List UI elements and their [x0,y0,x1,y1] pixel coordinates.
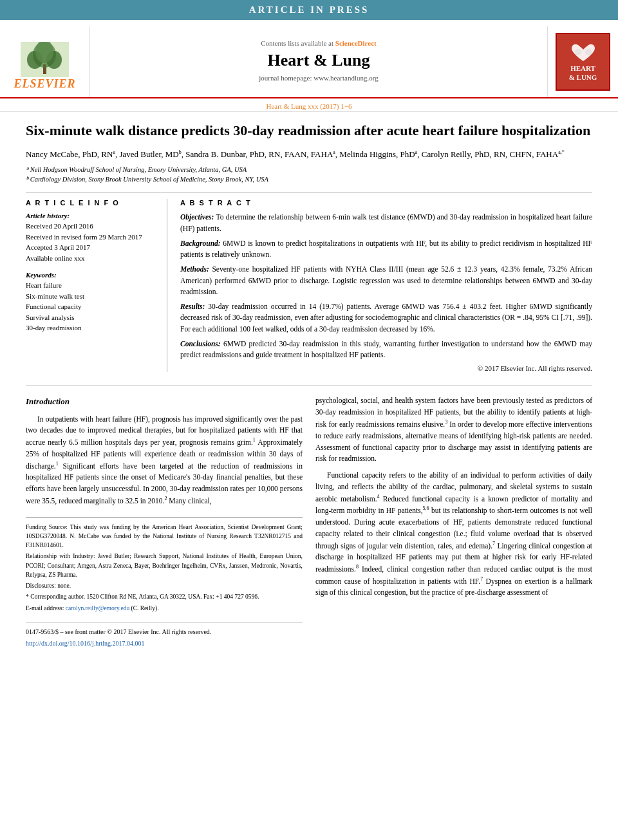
elsevier-wordmark: ELSEVIER [14,77,75,91]
email-link[interactable]: carolyn.reilly@emory.edu [66,605,129,611]
ref-8: 8 [356,564,359,570]
body-section: Introduction In outpatients with heart f… [26,385,592,648]
received-date: Received 20 April 2016 [26,221,157,232]
affiliations: ᵃ Nell Hodgson Woodruff School of Nursin… [26,165,592,184]
accepted-date: Accepted 3 April 2017 [26,242,157,253]
affil-sup-a: a [113,149,115,154]
body-col-left: Introduction In outpatients with heart f… [26,395,303,648]
ref-56: 5,6 [423,505,429,511]
abstract-heading: A B S T R A C T [180,199,592,207]
svg-point-7 [585,49,592,55]
keyword-4: Survival analysis [26,312,157,323]
sciencedirect-prefix: Contents lists available at [261,39,333,47]
keyword-2: Six-minute walk test [26,291,157,302]
journal-name: Heart & Lung [268,51,370,70]
affiliation-a: ᵃ Nell Hodgson Woodruff School of Nursin… [26,165,592,175]
sciencedirect-line: Contents lists available at ScienceDirec… [261,39,376,47]
article-info-column: A R T I C L E I N F O Article history: R… [26,199,167,372]
revised-date: Received in revised form 29 March 2017 [26,232,157,243]
ref-2: 2 [164,496,167,501]
conclusions-label: Conclusions: [180,340,221,348]
footnote-relationship: Relationship with Industry: Javed Butler… [26,552,303,579]
ref-7b: 7 [480,576,483,582]
ref-3: 3 [445,419,447,425]
main-content: Six-minute walk distance predicts 30-day… [0,112,618,658]
abstract-column: A B S T R A C T Objectives: To determine… [180,199,592,372]
heart-lung-logo-icon [570,42,596,64]
intro-para-3: Functional capacity refers to the abilit… [315,470,592,599]
results-text: 30-day readmission occurred in 14 (19.7%… [180,303,592,333]
article-title: Six-minute walk distance predicts 30-day… [26,122,592,140]
sciencedirect-link[interactable]: ScienceDirect [335,39,377,47]
affil-sup-a3: a [415,149,418,154]
affil-sup-a4: a,* [558,149,565,154]
keyword-5: 30-day readmission [26,322,157,333]
keyword-1: Heart failure [26,280,157,291]
footnote-corresponding: * Corresponding author. 1520 Clifton Rd … [26,592,303,601]
journal-center-info: Contents lists available at ScienceDirec… [90,26,547,97]
affil-sup-b: b [179,149,182,154]
affiliation-b: ᵇ Cardiology Division, Stony Brook Unive… [26,175,592,185]
intro-para-2: psychological, social, and health system… [315,395,592,465]
methods-text: Seventy-one hospitalized HF patients wit… [180,265,592,295]
footer-doi[interactable]: http://dx.doi.org/10.1016/j.hrtlng.2017.… [26,639,303,649]
citation-line: Heart & Lung xxx (2017) 1−6 [0,98,618,112]
ref-1: 1 [253,437,256,443]
heart-lung-logo-text: HEART& LUNG [569,64,597,81]
background-text: 6MWD is known to predict hospitalization… [180,239,592,258]
email-name: (C. Reilly). [131,605,159,611]
footnote-funding: Funding Source: This study was funding b… [26,523,303,550]
page-footer: 0147-9563/$ – see front matter © 2017 El… [26,622,303,649]
abstract-results: Results: 30-day readmission occurred in … [180,301,592,335]
ref-1b: 1 [56,461,59,467]
authors-line: Nancy McCabe, PhD, RNa, Javed Butler, MD… [26,148,592,161]
abstract-methods: Methods: Seventy-one hospitalized HF pat… [180,264,592,297]
heart-lung-logo-area: HEART& LUNG [547,26,618,97]
article-info-heading: A R T I C L E I N F O [26,199,157,207]
elsevier-logo-area: ELSEVIER [0,26,90,97]
footer-issn: 0147-9563/$ – see front matter © 2017 El… [26,627,303,637]
journal-header: ELSEVIER Contents lists available at Sci… [0,20,618,98]
body-col-right: psychological, social, and health system… [315,395,592,648]
elsevier-tree-icon [21,42,69,77]
heart-lung-logo-box: HEART& LUNG [556,33,610,91]
svg-point-6 [575,49,581,55]
keyword-3: Functional capacity [26,301,157,312]
footnote-email: E-mail address: carolyn.reilly@emory.edu… [26,604,303,613]
keywords-label: Keywords: [26,271,157,279]
results-label: Results: [180,303,205,310]
journal-homepage: journal homepage: www.heartandlung.org [259,74,378,82]
body-two-column: Introduction In outpatients with heart f… [26,395,592,648]
objectives-text: To determine the relationship between 6-… [180,213,592,232]
conclusions-text: 6MWD predicted 30-day readmission in thi… [180,340,592,359]
available-online: Available online xxx [26,253,157,264]
intro-para-1: In outpatients with heart failure (HF), … [26,414,303,507]
article-in-press-banner: ARTICLE IN PRESS [0,0,618,20]
abstract-background: Background: 6MWD is known to predict hos… [180,238,592,261]
abstract-objectives: Objectives: To determine the relationshi… [180,212,592,234]
abstract-copyright: © 2017 Elsevier Inc. All rights reserved… [180,364,592,372]
footnote-disclosures: Disclosures: none. [26,581,303,590]
introduction-heading: Introduction [26,395,303,408]
methods-label: Methods: [180,265,209,273]
objectives-label: Objectives: [180,213,214,221]
background-label: Background: [180,239,221,247]
abstract-conclusions: Conclusions: 6MWD predicted 30-day readm… [180,339,592,361]
footnotes-section: Funding Source: This study was funding b… [26,517,303,613]
affil-sup-a2: a [333,149,335,154]
history-label: Article history: [26,212,157,219]
info-abstract-section: A R T I C L E I N F O Article history: R… [26,192,592,372]
ref-4: 4 [377,494,380,499]
ref-7: 7 [492,541,495,546]
